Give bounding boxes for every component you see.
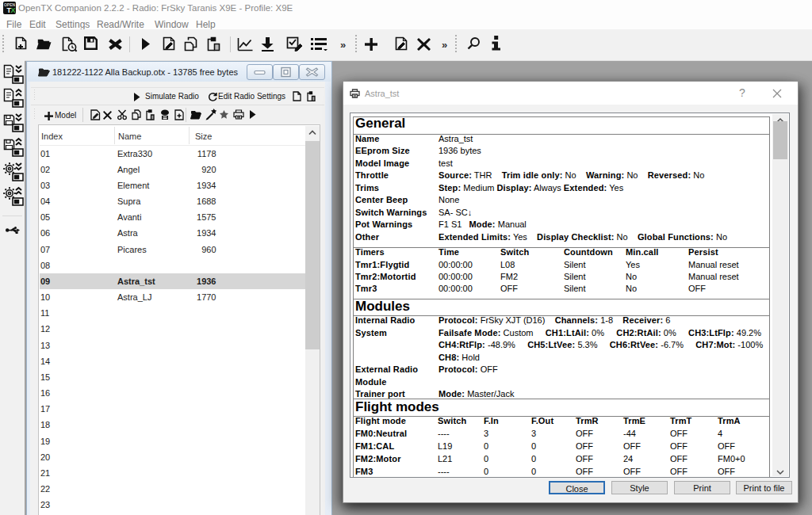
svg-text:X: X	[11, 6, 16, 14]
